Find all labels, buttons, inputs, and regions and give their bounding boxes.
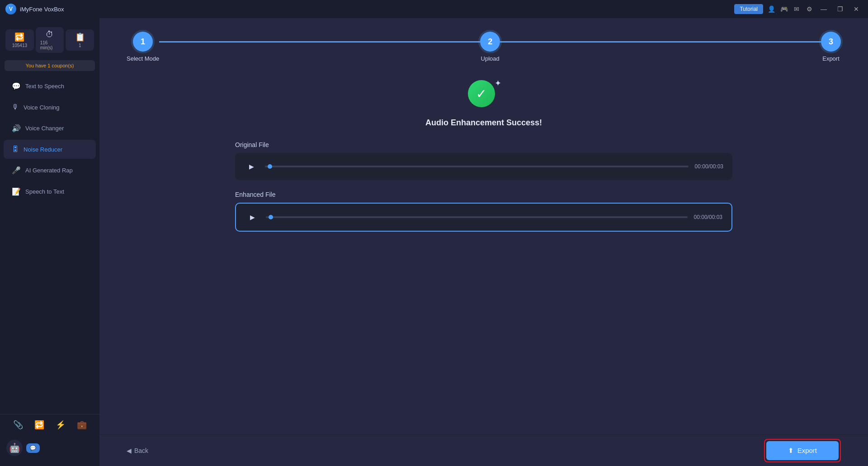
step-2-circle: 2 [480, 32, 500, 52]
step-1-circle: 1 [133, 32, 153, 52]
sidebar-item-noise-reducer[interactable]: 🎛 Noise Reducer [4, 140, 96, 159]
sidebar-bottom: 📎 🔁 ⚡ 💼 [0, 414, 99, 435]
original-audio-player: ▶ 00:00/00:03 [235, 153, 732, 180]
minutes-icon: ⏱ [46, 30, 54, 39]
gamepad-icon[interactable]: 🎮 [779, 5, 788, 14]
step-1-label: Select Mode [127, 55, 159, 62]
sparkle-icon: ✦ [495, 78, 501, 88]
enhanced-progress-track[interactable] [266, 216, 688, 218]
sidebar-nav: 💬 Text to Speech 🎙 Voice Cloning 🔊 Voice… [0, 76, 99, 410]
text-to-speech-label: Text to Speech [25, 83, 64, 90]
app-body: 🔁 105413 ⏱ 116 min(s) 📋 1 You have 1 cou… [0, 18, 868, 466]
back-label: Back [134, 447, 148, 454]
app-title: iMyFone VoxBox [20, 6, 734, 13]
step-progress: 1 Select Mode 2 Upload 3 Export [99, 18, 868, 71]
step-3-circle: 3 [821, 32, 841, 52]
sidebar-item-voice-cloning[interactable]: 🎙 Voice Cloning [4, 98, 96, 117]
success-section: ✓ ✦ Audio Enhancement Success! [425, 80, 542, 128]
enhanced-file-section: Enhanced File ▶ 00:00/00:03 [235, 191, 732, 232]
titlebar-controls: Tutorial 👤 🎮 ✉ ⚙ — ❐ ✕ [734, 3, 863, 15]
sidebar: 🔁 105413 ⏱ 116 min(s) 📋 1 You have 1 cou… [0, 18, 99, 466]
export-button[interactable]: ⬆ Export [766, 441, 839, 460]
count-icon: 📋 [75, 32, 85, 42]
voice-cloning-label: Voice Cloning [24, 104, 60, 111]
mail-icon[interactable]: ✉ [792, 5, 801, 14]
stat-count: 📋 1 [66, 29, 94, 51]
sidebar-stats: 🔁 105413 ⏱ 116 min(s) 📋 1 [0, 24, 99, 57]
step-2-label: Upload [481, 55, 500, 62]
success-circle: ✓ [468, 80, 495, 107]
step-line-2-3 [500, 41, 821, 43]
tutorial-button[interactable]: Tutorial [734, 4, 763, 14]
step-3-label: Export [822, 55, 840, 62]
voice-changer-label: Voice Changer [25, 125, 64, 132]
briefcase-icon[interactable]: 💼 [77, 420, 87, 430]
success-icon-wrapper: ✓ ✦ [468, 80, 500, 112]
voice-cloning-icon: 🎙 [12, 103, 19, 111]
back-icon: ◀ [127, 447, 132, 454]
original-progress-dot [268, 164, 272, 169]
step-2: 2 Upload [480, 32, 500, 62]
voice-changer-icon: 🔊 [12, 124, 21, 133]
sidebar-item-text-to-speech[interactable]: 💬 Text to Speech [4, 76, 96, 96]
step-line-1-2 [159, 41, 480, 43]
content-area: ✓ ✦ Audio Enhancement Success! Original … [99, 71, 868, 434]
speech-to-text-icon: 📝 [12, 187, 21, 196]
original-file-section: Original File ▶ 00:00/00:03 [235, 141, 732, 180]
original-file-label: Original File [235, 141, 732, 148]
app-logo: V [5, 4, 16, 14]
export-button-wrapper: ⬆ Export [764, 439, 841, 462]
enhanced-time-display: 00:00/00:03 [694, 214, 722, 220]
enhanced-progress-dot [269, 215, 273, 219]
stat-characters: 🔁 105413 [5, 29, 34, 51]
maximize-button[interactable]: ❐ [834, 3, 846, 15]
loop-icon[interactable]: 🔁 [34, 420, 44, 430]
minimize-button[interactable]: — [817, 3, 830, 15]
step-1: 1 Select Mode [127, 32, 159, 62]
close-button[interactable]: ✕ [850, 3, 863, 15]
ai-rap-label: AI Generated Rap [25, 167, 73, 174]
stat-minutes: ⏱ 116 min(s) [36, 27, 64, 53]
export-label: Export [797, 447, 817, 454]
sidebar-item-voice-changer[interactable]: 🔊 Voice Changer [4, 119, 96, 138]
lightning-icon[interactable]: ⚡ [56, 420, 66, 430]
enhanced-file-label: Enhanced File [235, 191, 732, 198]
checkmark-icon: ✓ [476, 86, 486, 101]
noise-reducer-icon: 🎛 [12, 145, 19, 153]
original-progress-track[interactable] [265, 166, 689, 167]
step-3: 3 Export [821, 32, 841, 62]
text-to-speech-icon: 💬 [12, 82, 21, 90]
enhanced-audio-player: ▶ 00:00/00:03 [235, 203, 732, 232]
noise-reducer-label: Noise Reducer [24, 146, 62, 153]
chatbot-avatar: 🤖 [6, 440, 23, 456]
chatbot-bubble: 💬 [26, 443, 40, 453]
back-button[interactable]: ◀ Back [127, 447, 148, 454]
sidebar-item-ai-generated-rap[interactable]: 🎤 AI Generated Rap [4, 161, 96, 180]
chatbot[interactable]: 🤖 💬 [0, 435, 99, 461]
minutes-value: 116 min(s) [40, 40, 60, 50]
enhanced-play-button[interactable]: ▶ [245, 210, 259, 224]
sidebar-item-speech-to-text[interactable]: 📝 Speech to Text [4, 182, 96, 201]
export-icon: ⬆ [788, 447, 794, 455]
success-title: Audio Enhancement Success! [425, 118, 542, 128]
original-play-button[interactable]: ▶ [244, 159, 259, 174]
attach-icon[interactable]: 📎 [13, 420, 23, 430]
count-value: 1 [79, 43, 81, 48]
user-icon[interactable]: 👤 [767, 5, 776, 14]
coupon-banner: You have 1 coupon(s) [5, 60, 95, 71]
footer: ◀ Back ⬆ Export [99, 434, 868, 466]
ai-rap-icon: 🎤 [12, 166, 21, 175]
characters-value: 105413 [12, 43, 27, 48]
settings-icon[interactable]: ⚙ [805, 5, 814, 14]
characters-icon: 🔁 [14, 32, 24, 42]
original-time-display: 00:00/00:03 [695, 163, 723, 170]
speech-to-text-label: Speech to Text [25, 188, 64, 195]
titlebar: V iMyFone VoxBox Tutorial 👤 🎮 ✉ ⚙ — ❐ ✕ [0, 0, 868, 18]
main-content: 1 Select Mode 2 Upload 3 Export ✓ [99, 18, 868, 466]
